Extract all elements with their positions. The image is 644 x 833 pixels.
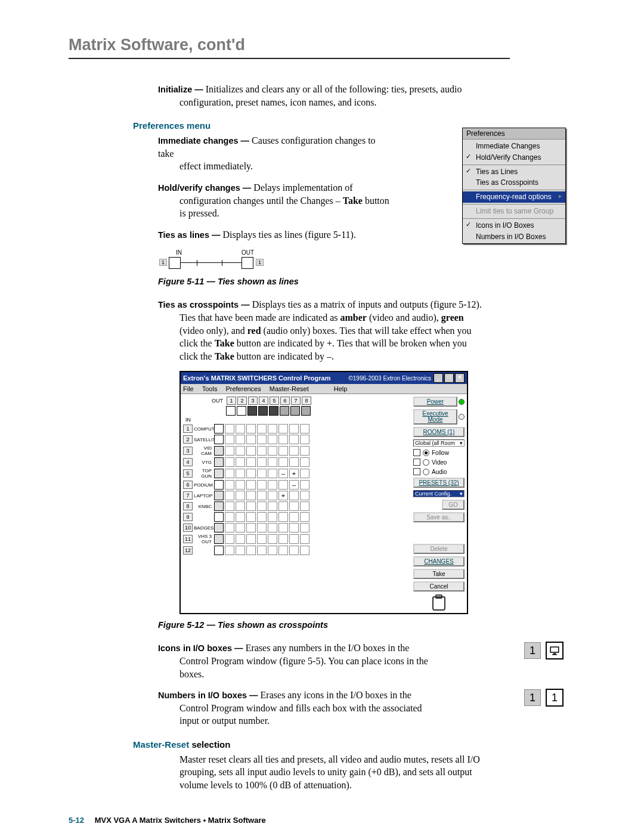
crosspoint-cell[interactable] [278,424,288,433]
crosspoint-cell[interactable] [257,435,267,444]
crosspoint-cell[interactable] [236,501,245,511]
close-button[interactable]: × [455,373,465,383]
crosspoint-cell[interactable] [300,512,309,522]
crosspoint-cell[interactable] [236,523,245,532]
crosspoint-cell[interactable] [289,424,299,433]
menu-item-immediate[interactable]: Immediate Changes [463,141,565,152]
crosspoint-cell[interactable] [257,446,267,456]
crosspoint-cell[interactable] [236,469,245,478]
crosspoint-cell[interactable] [236,480,245,490]
minimize-button[interactable]: _ [434,373,443,383]
crosspoint-cell[interactable] [289,457,299,467]
crosspoint-cell[interactable] [257,523,267,532]
crosspoint-cell[interactable] [300,534,309,544]
rooms-button[interactable]: ROOMS (1) [413,427,465,437]
crosspoint-cell[interactable] [268,424,277,433]
crosspoint-cell[interactable] [225,480,234,490]
crosspoint-cell[interactable] [300,546,309,555]
crosspoint-cell[interactable] [257,491,267,500]
crosspoint-cell[interactable] [300,501,309,511]
crosspoint-cell[interactable] [236,435,245,444]
crosspoint-cell[interactable] [257,480,267,490]
menu-item-ties-crosspoints[interactable]: Ties as Crosspoints [463,177,565,188]
crosspoint-cell[interactable] [236,424,245,433]
crosspoint-cell[interactable] [289,512,299,522]
crosspoint-cell[interactable] [225,512,234,522]
crosspoint-cell[interactable] [268,446,277,456]
menu-item-limit-ties[interactable]: Limit ties to same Group [463,206,565,217]
menu-item-icons-io[interactable]: Icons in I/O Boxes [463,220,565,231]
crosspoint-cell[interactable] [225,469,234,478]
crosspoint-cell[interactable] [278,534,288,544]
crosspoint-cell[interactable] [268,546,277,555]
crosspoint-cell[interactable]: + [278,491,288,500]
crosspoint-cell[interactable] [225,491,234,500]
menu-item-numbers-io[interactable]: Numbers in I/O Boxes [463,231,565,243]
radio-video[interactable] [423,459,429,466]
crosspoint-cell[interactable] [236,534,245,544]
crosspoint-cell[interactable] [268,457,277,467]
crosspoint-cell[interactable] [300,469,309,478]
crosspoint-cell[interactable] [268,435,277,444]
crosspoint-cell[interactable] [289,491,299,500]
crosspoint-cell[interactable] [278,546,288,555]
crosspoint-cell[interactable] [246,512,256,522]
crosspoint-cell[interactable] [257,469,267,478]
menu-master-reset[interactable]: Master-Reset [270,385,309,392]
crosspoint-cell[interactable] [300,523,309,532]
take-button[interactable]: Take [413,569,465,579]
crosspoint-cell[interactable] [300,446,309,456]
crosspoint-cell[interactable] [278,480,288,490]
delete-button[interactable]: Delete [413,544,465,554]
crosspoint-cell[interactable] [278,523,288,532]
menu-preferences[interactable]: Preferences [225,385,261,392]
crosspoint-cell[interactable] [257,546,267,555]
crosspoint-cell[interactable] [257,512,267,522]
crosspoint-cell[interactable]: – [278,469,288,478]
crosspoint-cell[interactable] [225,435,234,444]
crosspoint-cell[interactable] [225,446,234,456]
radio-follow[interactable] [423,450,429,456]
crosspoint-cell[interactable] [257,501,267,511]
crosspoint-cell[interactable] [268,501,277,511]
crosspoint-cell[interactable] [289,435,299,444]
crosspoint-cell[interactable] [246,469,256,478]
crosspoint-cell[interactable] [236,546,245,555]
save-as-button[interactable]: Save as.. [413,512,465,522]
menu-item-ties-lines[interactable]: Ties as Lines [463,166,565,178]
crosspoint-cell[interactable] [246,534,256,544]
crosspoint-cell[interactable] [225,523,234,532]
crosspoint-cell[interactable] [257,534,267,544]
crosspoint-cell[interactable] [246,501,256,511]
crosspoint-cell[interactable] [278,435,288,444]
maximize-button[interactable]: □ [444,373,454,383]
crosspoint-cell[interactable] [289,523,299,532]
preset-select[interactable]: Current Config.▾ [413,490,465,497]
crosspoint-cell[interactable] [268,469,277,478]
crosspoint-cell[interactable] [246,523,256,532]
crosspoint-cell[interactable] [289,501,299,511]
crosspoint-cell[interactable] [246,446,256,456]
crosspoint-cell[interactable] [268,512,277,522]
crosspoint-cell[interactable] [246,435,256,444]
menu-file[interactable]: File [183,385,194,392]
crosspoint-cell[interactable] [278,512,288,522]
crosspoint-cell[interactable] [268,523,277,532]
crosspoint-cell[interactable] [225,534,234,544]
menu-item-holdverify[interactable]: Hold/Verify Changes [463,152,565,163]
crosspoint-cell[interactable] [236,446,245,456]
crosspoint-cell[interactable] [300,491,309,500]
menu-tools[interactable]: Tools [202,385,218,392]
crosspoint-cell[interactable] [300,424,309,433]
crosspoint-cell[interactable] [268,491,277,500]
crosspoint-cell[interactable] [225,457,234,467]
crosspoint-cell[interactable] [289,534,299,544]
menu-item-freq-options[interactable]: Frequency-read options [463,191,565,203]
go-button[interactable]: GO [442,500,465,510]
crosspoint-cell[interactable] [278,446,288,456]
crosspoint-cell[interactable] [300,480,309,490]
crosspoint-cell[interactable] [257,424,267,433]
crosspoint-cell[interactable] [268,480,277,490]
crosspoint-cell[interactable] [300,457,309,467]
crosspoint-cell[interactable] [225,424,234,433]
